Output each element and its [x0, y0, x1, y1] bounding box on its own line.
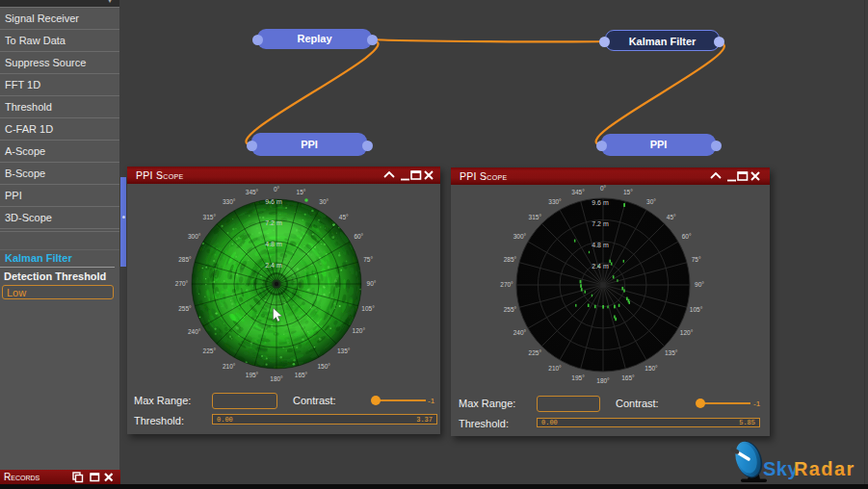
- svg-text:0°: 0°: [600, 185, 607, 192]
- svg-text:45°: 45°: [339, 214, 349, 220]
- svg-text:60°: 60°: [354, 233, 363, 240]
- svg-text:255°: 255°: [504, 306, 517, 313]
- svg-text:240°: 240°: [513, 329, 527, 336]
- svg-text:195°: 195°: [571, 374, 585, 381]
- svg-text:285°: 285°: [178, 256, 192, 263]
- svg-text:330°: 330°: [548, 198, 562, 205]
- svg-text:135°: 135°: [337, 347, 351, 354]
- svg-text:165°: 165°: [295, 372, 308, 378]
- svg-text:90°: 90°: [367, 280, 377, 287]
- svg-text:315°: 315°: [203, 214, 217, 220]
- svg-text:270°: 270°: [500, 281, 513, 288]
- svg-text:2.4 m: 2.4 m: [592, 263, 609, 270]
- svg-text:75°: 75°: [363, 256, 373, 263]
- svg-text:315°: 315°: [529, 214, 542, 220]
- svg-text:30°: 30°: [646, 198, 656, 205]
- svg-text:-1: -1: [753, 399, 761, 408]
- svg-text:255°: 255°: [178, 305, 192, 312]
- svg-text:345°: 345°: [571, 189, 585, 195]
- svg-text:15°: 15°: [623, 189, 633, 195]
- svg-text:0°: 0°: [274, 186, 280, 193]
- svg-text:135°: 135°: [665, 349, 678, 356]
- svg-text:105°: 105°: [690, 306, 703, 313]
- svg-text:180°: 180°: [270, 375, 283, 382]
- svg-text:120°: 120°: [680, 329, 694, 336]
- svg-text:225°: 225°: [203, 347, 217, 354]
- svg-text:45°: 45°: [667, 214, 676, 220]
- svg-text:150°: 150°: [644, 365, 658, 372]
- svg-text:30°: 30°: [319, 198, 329, 205]
- svg-text:150°: 150°: [317, 363, 330, 370]
- svg-text:285°: 285°: [504, 256, 517, 263]
- svg-text:330°: 330°: [223, 198, 236, 205]
- svg-text:4.8 m: 4.8 m: [265, 241, 282, 247]
- svg-text:105°: 105°: [361, 305, 375, 312]
- svg-text:210°: 210°: [223, 363, 236, 370]
- svg-text:7.2 m: 7.2 m: [265, 219, 282, 226]
- svg-text:210°: 210°: [548, 365, 562, 372]
- svg-text:165°: 165°: [621, 374, 635, 381]
- svg-text:195°: 195°: [246, 372, 259, 378]
- svg-text:-1: -1: [428, 397, 435, 405]
- svg-text:2.4 m: 2.4 m: [265, 262, 282, 269]
- svg-text:9.6 m: 9.6 m: [265, 198, 282, 205]
- svg-text:345°: 345°: [246, 189, 259, 195]
- svg-text:60°: 60°: [682, 233, 692, 240]
- svg-text:180°: 180°: [596, 377, 610, 384]
- svg-text:225°: 225°: [529, 349, 542, 356]
- svg-text:4.8 m: 4.8 m: [592, 242, 609, 248]
- svg-text:7.2 m: 7.2 m: [592, 220, 609, 227]
- svg-text:300°: 300°: [513, 233, 527, 240]
- svg-text:9.6 m: 9.6 m: [592, 199, 609, 206]
- svg-text:300°: 300°: [188, 233, 201, 240]
- svg-text:240°: 240°: [188, 328, 201, 335]
- svg-text:90°: 90°: [695, 281, 704, 288]
- svg-text:15°: 15°: [297, 189, 306, 195]
- svg-text:75°: 75°: [692, 256, 701, 263]
- svg-text:Radar: Radar: [794, 458, 855, 479]
- svg-text:120°: 120°: [353, 327, 366, 334]
- svg-text:270°: 270°: [175, 280, 189, 287]
